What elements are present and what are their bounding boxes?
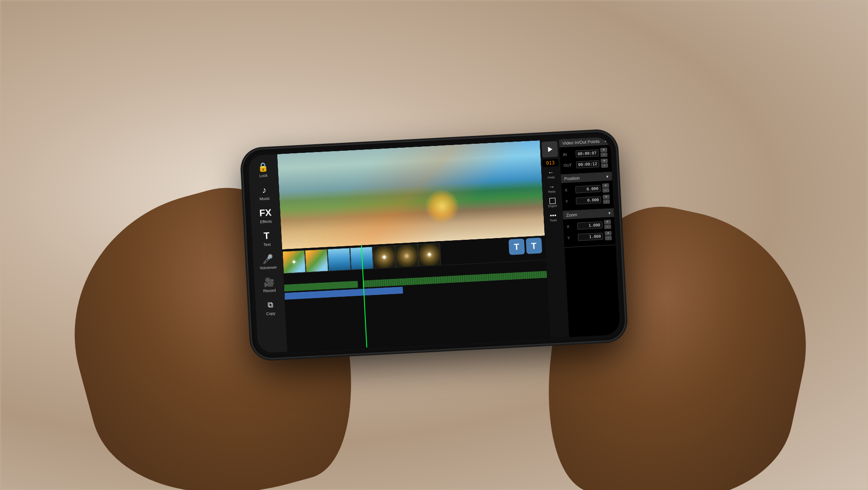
properties-panel: Video In/Out Points IN 00:00:07 + - [559,136,620,337]
in-row: IN 00:00:07 + - [563,148,608,159]
sidebar-item-lock[interactable]: 🔒 Lock [248,158,279,181]
position-title: Position [564,175,580,181]
position-x-row: X 0.000 + - [565,183,609,195]
zoom-x-decrement-btn[interactable]: - [604,225,612,229]
in-out-title: Video In/Out Points [562,139,599,146]
zoom-x-btn-group: + - [604,220,612,229]
sidebar-item-music[interactable]: ♪ Music [249,181,280,204]
zoom-x-label: X [567,224,575,228]
zoom-y-increment-btn[interactable]: + [605,231,612,236]
sparkle-1: ✦ [291,258,297,266]
out-decrement-btn[interactable]: - [601,163,608,168]
redo-button[interactable]: → Redo [543,181,560,196]
tools-icon: ••• [550,212,556,219]
record-icon: 🎥 [263,275,275,288]
out-row: OUT 00:00:12 + - [563,159,608,170]
sparkle-2: ✦ [381,253,387,262]
music-icon: ♪ [258,184,270,196]
in-value[interactable]: 00:00:07 [575,149,599,157]
pos-x-btn-group: + - [602,183,609,193]
pos-y-increment-btn[interactable]: + [602,195,610,199]
sidebar-item-text[interactable]: T Text [251,226,282,250]
text-overlay-buttons: T T [508,238,542,255]
fx-icon: FX [259,207,272,219]
in-out-chevron [605,139,607,143]
in-increment-btn[interactable]: + [600,148,608,152]
frame-counter: 013 [542,159,559,167]
tools-label: Tools [550,219,557,222]
sidebar-label-text: Text [263,242,271,247]
out-label: OUT [563,162,574,167]
sidebar-item-record[interactable]: 🎥 Record [254,272,285,296]
phone-screen: 🔒 Lock ♪ Music FX Effects T Text 🎤 Voice… [248,136,621,353]
zoom-content: X 1.000 + - Y 1.000 + - [563,217,616,247]
position-y-label: Y [566,199,574,203]
position-y-value[interactable]: 0.000 [575,196,601,204]
pos-x-decrement-btn[interactable]: - [602,188,610,193]
play-button[interactable] [542,141,558,158]
text-overlay-btn-1[interactable]: T [508,238,525,255]
zoom-x-row: X 1.000 + - [566,220,611,231]
sidebar-item-effects[interactable]: FX Effects [250,203,281,227]
thumb-beach-2 [305,249,329,273]
sidebar-label-music: Music [260,196,270,201]
zoom-x-increment-btn[interactable]: + [604,220,612,225]
tools-button[interactable]: ••• Tools [545,210,562,225]
export-button[interactable]: Export [544,195,561,210]
zoom-y-btn-group: + - [605,231,612,241]
position-content: X 0.000 + - Y 0.000 + - [561,180,614,211]
text-icon: T [260,229,273,242]
export-label: Export [548,204,557,208]
zoom-y-row: Y 1.000 + - [567,231,612,242]
zoom-title: Zoom [566,212,577,218]
pos-y-btn-group: + - [602,195,610,204]
pos-y-decrement-btn[interactable]: - [603,199,610,204]
undo-button[interactable]: ← Undo [543,167,559,182]
zoom-y-decrement-btn[interactable]: - [605,236,612,241]
timeline: ✦ ✦ ✦ [282,236,550,352]
phone-device: 🔒 Lock ♪ Music FX Effects T Text 🎤 Voice… [242,131,626,359]
sidebar-item-copy[interactable]: ⧉ Copy [255,295,286,319]
zoom-x-value[interactable]: 1.000 [577,221,602,229]
thumb-beach: ✦ [282,250,306,274]
text-overlay-btn-2[interactable]: T [526,238,542,254]
main-content: ✦ ✦ ✦ [277,140,550,352]
position-x-value[interactable]: 0.000 [575,185,601,193]
position-y-row: Y 0.000 + - [565,195,610,206]
lock-icon: 🔒 [256,161,269,173]
copy-icon: ⧉ [264,298,276,311]
in-decrement-btn[interactable]: - [600,152,608,157]
sidebar-label-copy: Copy [266,311,276,316]
sparkle-3: ✦ [426,251,432,259]
zoom-section: Zoom X 1.000 + - Y [562,209,616,248]
zoom-y-label: Y [567,235,576,240]
position-section: Position X 0.000 + - Y [561,172,614,211]
undo-label: Undo [547,175,555,179]
zoom-chevron [608,211,611,215]
out-value[interactable]: 00:00:12 [576,160,599,168]
undo-icon: ← [548,169,554,175]
play-icon [548,146,552,152]
in-btn-group: + - [600,148,608,157]
in-out-content: IN 00:00:07 + - OUT 00:00:12 + [559,145,612,174]
thumb-bokeh-2 [395,244,419,268]
thumb-bokeh-3: ✦ [418,243,441,267]
voiceover-icon: 🎤 [261,252,274,265]
pos-x-increment-btn[interactable]: + [602,183,609,188]
in-out-section: Video In/Out Points IN 00:00:07 + - [559,136,612,175]
out-increment-btn[interactable]: + [601,159,608,163]
redo-label: Redo [548,190,556,193]
sidebar-label-voiceover: Voiceover [260,265,277,270]
thumb-bokeh: ✦ [372,245,396,269]
position-x-label: X [565,188,573,192]
zoom-y-value[interactable]: 1.000 [578,232,603,241]
sidebar-label-lock: Lock [259,173,268,178]
video-preview [277,140,545,249]
in-label: IN [563,152,574,156]
video-overlay [277,140,545,249]
sidebar-label-record: Record [263,288,276,293]
right-section: 013 ← Undo → Redo Export • [539,136,620,338]
sidebar-item-voiceover[interactable]: 🎤 Voiceover [253,249,283,273]
out-btn-group: + - [601,159,608,168]
thumb-sky [327,248,351,271]
